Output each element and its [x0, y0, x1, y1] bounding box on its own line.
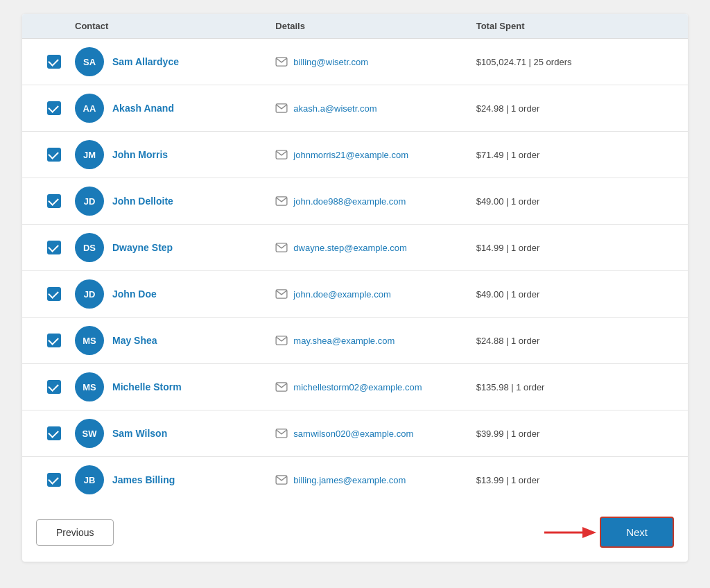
- checkbox-cell-4: [33, 241, 75, 254]
- contact-name-0[interactable]: Sam Allardyce: [112, 56, 179, 67]
- avatar-9: JB: [75, 465, 104, 494]
- svg-marker-11: [582, 527, 596, 538]
- email-text-5[interactable]: john.doe@example.com: [293, 289, 390, 300]
- svg-rect-8: [276, 429, 287, 438]
- avatar-3: JD: [75, 187, 104, 216]
- contact-cell-3: JD John Delloite: [75, 187, 275, 216]
- email-icon-5: [275, 289, 288, 299]
- contact-name-3[interactable]: John Delloite: [112, 196, 173, 207]
- contact-name-9[interactable]: James Billing: [112, 474, 175, 485]
- details-cell-0: billing@wisetr.com: [275, 57, 476, 67]
- checkbox-cell-2: [33, 148, 75, 162]
- checkbox-cell-9: [33, 473, 75, 487]
- avatar-2: JM: [75, 140, 104, 169]
- contact-name-8[interactable]: Sam Wilson: [112, 428, 167, 439]
- next-button[interactable]: Next: [600, 517, 674, 548]
- pagination: Previous Next: [22, 503, 688, 562]
- total-cell-4: $14.99 | 1 order: [476, 243, 677, 253]
- details-cell-3: john.doe988@example.com: [275, 196, 476, 207]
- email-text-6[interactable]: may.shea@example.com: [293, 336, 395, 346]
- contact-cell-4: DS Dwayne Step: [75, 233, 275, 262]
- svg-rect-6: [276, 336, 287, 345]
- table-header: Contact Details Total Spent: [22, 14, 688, 39]
- table-body: SA Sam Allardyce billing@wisetr.com $105…: [22, 39, 688, 503]
- details-cell-9: billing.james@example.com: [275, 475, 476, 485]
- contact-cell-7: MS Michelle Storm: [75, 372, 275, 401]
- contact-name-2[interactable]: John Morris: [112, 149, 168, 160]
- table-row: MS May Shea may.shea@example.com $24.88 …: [22, 318, 688, 364]
- total-cell-5: $49.00 | 1 order: [476, 289, 677, 300]
- avatar-8: SW: [75, 419, 104, 448]
- email-text-1[interactable]: akash.a@wisetr.com: [293, 103, 376, 114]
- total-cell-0: $105,024.71 | 25 orders: [476, 57, 677, 67]
- total-cell-7: $135.98 | 1 order: [476, 382, 677, 392]
- email-text-4[interactable]: dwayne.step@example.com: [293, 243, 407, 253]
- email-icon-6: [275, 336, 288, 345]
- row-checkbox-2[interactable]: [47, 148, 61, 162]
- contact-cell-8: SW Sam Wilson: [75, 419, 275, 448]
- checkbox-cell-8: [33, 426, 75, 440]
- email-text-3[interactable]: john.doe988@example.com: [293, 196, 406, 207]
- checkbox-cell-7: [33, 380, 75, 394]
- col-contact: Contact: [75, 21, 275, 31]
- avatar-7: MS: [75, 372, 104, 401]
- contact-cell-1: AA Akash Anand: [75, 94, 275, 123]
- contact-name-5[interactable]: John Doe: [112, 288, 157, 300]
- email-icon-4: [275, 243, 288, 252]
- row-checkbox-6[interactable]: [47, 334, 61, 347]
- avatar-6: MS: [75, 326, 104, 355]
- svg-rect-5: [276, 290, 287, 298]
- row-checkbox-8[interactable]: [47, 426, 61, 440]
- row-checkbox-3[interactable]: [47, 194, 61, 208]
- row-checkbox-9[interactable]: [47, 473, 61, 487]
- details-cell-8: samwilson020@example.com: [275, 429, 476, 439]
- table-row: JD John Doe john.doe@example.com $49.00 …: [22, 271, 688, 318]
- contact-cell-2: JM John Morris: [75, 140, 275, 169]
- email-icon-0: [275, 57, 288, 67]
- row-checkbox-7[interactable]: [47, 380, 61, 394]
- email-text-8[interactable]: samwilson020@example.com: [293, 429, 413, 439]
- svg-rect-4: [276, 243, 287, 252]
- email-text-2[interactable]: johnmorris21@example.com: [293, 150, 408, 160]
- total-cell-1: $24.98 | 1 order: [476, 103, 677, 114]
- avatar-4: DS: [75, 233, 104, 262]
- svg-rect-3: [276, 197, 287, 205]
- contact-name-7[interactable]: Michelle Storm: [112, 381, 182, 392]
- contact-name-6[interactable]: May Shea: [112, 335, 157, 346]
- checkbox-cell-0: [33, 55, 75, 69]
- svg-rect-7: [276, 383, 287, 391]
- email-text-9[interactable]: billing.james@example.com: [293, 475, 406, 485]
- table-row: SW Sam Wilson samwilson020@example.com $…: [22, 410, 688, 457]
- contact-name-1[interactable]: Akash Anand: [112, 103, 174, 114]
- col-total: Total Spent: [476, 21, 677, 31]
- previous-button[interactable]: Previous: [36, 519, 114, 546]
- row-checkbox-0[interactable]: [47, 55, 61, 69]
- row-checkbox-5[interactable]: [47, 287, 61, 301]
- total-cell-2: $71.49 | 1 order: [476, 150, 677, 160]
- table-row: MS Michelle Storm michellestorm02@exampl…: [22, 364, 688, 410]
- svg-rect-0: [276, 58, 287, 66]
- col-details: Details: [275, 21, 476, 31]
- arrow-icon: [544, 522, 600, 543]
- email-icon-1: [275, 103, 288, 113]
- table-row: JB James Billing billing.james@example.c…: [22, 457, 688, 503]
- total-cell-3: $49.00 | 1 order: [476, 196, 677, 207]
- checkbox-cell-3: [33, 194, 75, 208]
- main-container: Contact Details Total Spent SA Sam Allar…: [22, 14, 688, 562]
- row-checkbox-4[interactable]: [47, 241, 61, 254]
- total-cell-9: $13.99 | 1 order: [476, 475, 677, 485]
- contact-cell-0: SA Sam Allardyce: [75, 47, 275, 76]
- svg-rect-1: [276, 104, 287, 112]
- table-row: SA Sam Allardyce billing@wisetr.com $105…: [22, 39, 688, 85]
- contact-name-4[interactable]: Dwayne Step: [112, 242, 173, 253]
- checkbox-cell-5: [33, 287, 75, 301]
- email-text-7[interactable]: michellestorm02@example.com: [293, 382, 422, 392]
- svg-rect-2: [276, 150, 287, 159]
- table-row: JD John Delloite john.doe988@example.com…: [22, 178, 688, 225]
- total-cell-6: $24.88 | 1 order: [476, 336, 677, 346]
- email-text-0[interactable]: billing@wisetr.com: [293, 57, 368, 67]
- total-cell-8: $39.99 | 1 order: [476, 429, 677, 439]
- next-arrow-container: Next: [544, 517, 674, 548]
- avatar-5: JD: [75, 279, 104, 309]
- row-checkbox-1[interactable]: [47, 101, 61, 115]
